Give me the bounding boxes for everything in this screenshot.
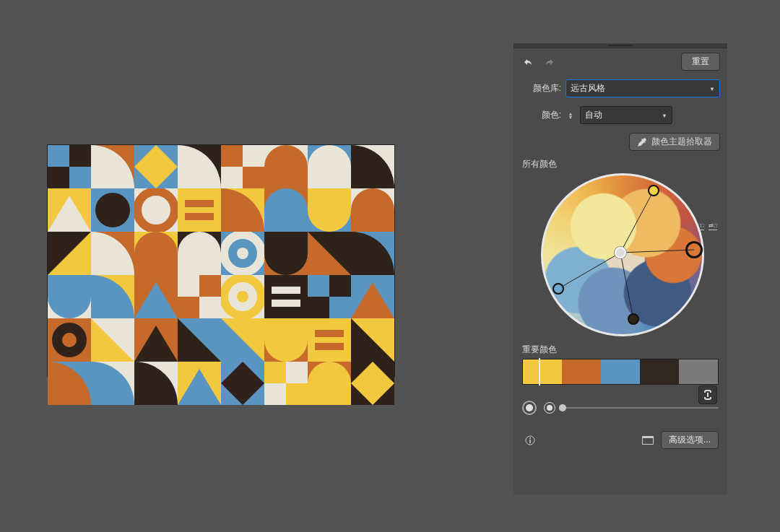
artwork-tile: [308, 188, 351, 232]
artwork-tile: [264, 318, 308, 362]
svg-rect-58: [308, 318, 351, 362]
svg-rect-43: [264, 275, 308, 318]
svg-rect-60: [315, 343, 344, 350]
swatch[interactable]: [679, 359, 718, 384]
panel-grip[interactable]: [514, 43, 727, 48]
svg-rect-17: [178, 188, 221, 232]
svg-rect-8: [243, 167, 264, 188]
artwork-tile: [308, 232, 351, 275]
library-label: 颜色库:: [521, 82, 561, 95]
svg-rect-48: [329, 297, 351, 318]
color-wheel[interactable]: [541, 173, 700, 332]
svg-rect-19: [185, 213, 214, 220]
mode-radio-a[interactable]: [522, 401, 537, 415]
artwork-tile: [264, 145, 308, 188]
theme-picker-button[interactable]: 颜色主题拾取器: [629, 133, 720, 151]
artwork-tile: [264, 188, 308, 232]
wheel-color-node[interactable]: [628, 313, 639, 325]
artwork-tile: [91, 318, 134, 362]
svg-rect-44: [272, 287, 300, 294]
view-mode-list[interactable]: ⇄□: [708, 222, 717, 230]
artwork-tile: [48, 145, 91, 188]
library-select[interactable]: 远古风格 ▼: [566, 79, 720, 97]
artwork-tile: [264, 275, 308, 318]
artwork-tile: [221, 188, 264, 232]
artwork-tile: [134, 232, 178, 275]
artwork-tile: [178, 145, 221, 188]
artwork-tile: [91, 232, 134, 275]
save-to-library-button[interactable]: [642, 436, 654, 445]
artwork-tile: [221, 145, 264, 188]
svg-rect-45: [272, 300, 300, 307]
artwork-tile: [308, 318, 351, 362]
wheel-color-node[interactable]: [552, 283, 564, 295]
svg-rect-2: [69, 167, 91, 188]
artwork-tile: [308, 362, 351, 405]
svg-rect-1: [48, 145, 69, 167]
artwork-tile: [178, 318, 221, 362]
artwork-tile: [178, 232, 221, 275]
stepper-icon[interactable]: ▲▼: [566, 112, 576, 119]
svg-rect-7: [221, 145, 243, 167]
artwork-tile: [48, 188, 91, 232]
artwork-tile: [221, 318, 264, 362]
artwork-tile: [351, 275, 394, 318]
all-colors-label: 所有颜色: [514, 155, 727, 170]
svg-rect-39: [199, 297, 221, 318]
important-colors-label: 重要颜色: [514, 341, 727, 356]
eyedropper-icon: [637, 137, 647, 147]
artwork-tile: [134, 362, 178, 405]
reset-button[interactable]: 重置: [681, 53, 720, 71]
svg-rect-69: [286, 383, 308, 405]
artwork-tile: [134, 275, 178, 318]
artwork-tile: [308, 145, 351, 188]
artwork-tile: [178, 275, 221, 318]
artwork-canvas[interactable]: [47, 144, 395, 377]
svg-rect-47: [308, 275, 329, 297]
artwork-tile: [351, 145, 394, 188]
artwork-tile: [351, 362, 394, 405]
wheel-color-node[interactable]: [685, 241, 703, 258]
swatch-marker[interactable]: [539, 358, 540, 385]
artwork-tile: [48, 275, 91, 318]
redo-button[interactable]: [541, 56, 557, 69]
svg-rect-78: [529, 440, 531, 443]
svg-rect-18: [185, 200, 214, 207]
svg-rect-59: [315, 330, 344, 337]
color-label: 颜色:: [521, 109, 561, 121]
artwork-tile: [48, 318, 91, 362]
link-harmony-button[interactable]: [698, 385, 717, 404]
wheel-center-node[interactable]: [615, 247, 626, 258]
svg-point-30: [237, 248, 248, 259]
artwork-tile: [91, 362, 134, 405]
undo-button[interactable]: [521, 56, 537, 69]
artwork-tile: [308, 275, 351, 318]
svg-point-52: [62, 333, 77, 347]
swatch[interactable]: [562, 359, 601, 384]
artwork-tile: [178, 188, 221, 232]
mode-radio-b[interactable]: [544, 402, 555, 414]
recolor-panel: 重置 颜色库: 远古风格 ▼ 颜色: ▲▼ 自动 ▼ 颜色主题拾取器 所有颜色 …: [514, 43, 727, 494]
info-button[interactable]: [522, 434, 538, 447]
weight-slider[interactable]: [563, 407, 719, 409]
artwork-tile: [134, 188, 178, 232]
prominent-swatches[interactable]: [522, 359, 719, 385]
artwork-tile: [264, 362, 308, 405]
svg-rect-38: [178, 275, 199, 297]
artwork-tile: [264, 232, 308, 275]
svg-point-77: [529, 437, 531, 439]
artwork-tile: [221, 275, 264, 318]
artwork-tile: [221, 232, 264, 275]
advanced-options-button[interactable]: 高级选项...: [661, 431, 719, 449]
swatch[interactable]: [601, 359, 640, 384]
svg-point-42: [237, 291, 248, 302]
swatch[interactable]: [640, 359, 679, 384]
svg-rect-68: [264, 362, 286, 383]
artwork-tile: [351, 232, 394, 275]
artwork-tile: [48, 232, 91, 275]
artwork-tile: [351, 318, 394, 362]
swatch[interactable]: [523, 359, 562, 384]
color-count-select[interactable]: 自动 ▼: [580, 106, 672, 124]
wheel-color-node[interactable]: [648, 185, 659, 196]
artwork-tile: [178, 362, 221, 405]
